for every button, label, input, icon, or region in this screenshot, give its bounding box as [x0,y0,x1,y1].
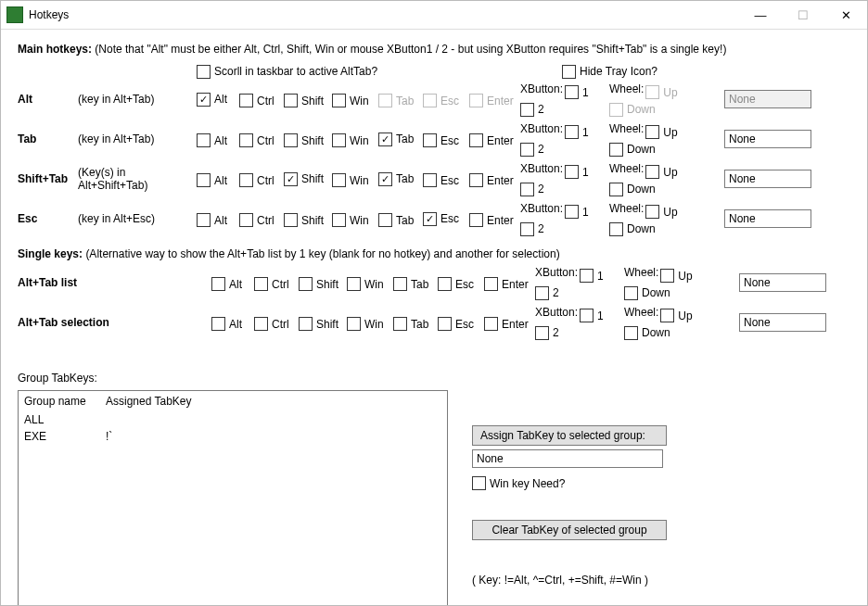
alt-checkbox[interactable]: Alt [197,133,227,147]
alt-checkbox[interactable]: Alt [197,213,227,227]
row-name: Alt [18,93,78,106]
minimize-button[interactable]: — [739,1,782,29]
row-name: Alt+Tab list [18,276,77,289]
extra-key-field[interactable]: None [739,273,826,292]
assign-tabkey-button[interactable]: Assign TabKey to selected group: [472,425,667,446]
group-list[interactable]: Group name Assigned TabKey ALLEXE!` [18,390,448,606]
tab-checkbox[interactable]: Tab [393,277,428,291]
alt-checkbox[interactable]: ✓Alt [197,93,227,107]
group-section: Group TabKeys: Group name Assigned TabKe… [18,353,850,606]
xbutton1-checkbox[interactable]: 1 [580,269,604,283]
tab-checkbox[interactable]: Tab [378,213,414,227]
enter-checkbox[interactable]: Enter [469,213,514,227]
system-buttons: — ☐ ✕ [739,1,867,29]
shift-checkbox[interactable]: Shift [284,94,324,107]
hide-tray-checkbox[interactable]: Hide Tray Icon? [562,65,657,79]
shift-checkbox[interactable]: ✓Shift [284,172,324,186]
titlebar: Hotkeys — ☐ ✕ [1,1,867,30]
xbutton2-checkbox[interactable]: 2 [520,143,544,157]
group-row[interactable]: EXE!` [19,428,447,445]
ctrl-checkbox[interactable]: Ctrl [254,317,289,331]
tab-checkbox[interactable]: Tab [393,317,428,331]
enter-checkbox[interactable]: Enter [484,277,529,291]
tab-checkbox[interactable]: ✓Tab [378,133,414,146]
single-row-1: Alt+Tab selection Alt Ctrl Shift Win Tab… [18,306,850,340]
win-checkbox[interactable]: Win [347,317,384,331]
win-checkbox[interactable]: Win [332,94,369,107]
app-icon [6,6,23,23]
wheel-down-checkbox[interactable]: Down [624,286,670,300]
group-label: Group TabKeys: [18,372,850,385]
xbutton1-checkbox[interactable]: 1 [565,205,589,219]
wheel-up-checkbox[interactable]: Up [660,309,692,322]
esc-checkbox[interactable]: Esc [438,317,474,331]
tab-checkbox[interactable]: ✓Tab [378,172,414,186]
group-row[interactable]: ALL [19,411,447,428]
single-keys-note: (Alternative way to show the Alt+Tab lis… [85,247,559,260]
ctrl-checkbox[interactable]: Ctrl [239,173,274,187]
shift-checkbox[interactable]: Shift [299,277,338,291]
shift-checkbox[interactable]: Shift [284,213,324,227]
hotkey-row-1: Tab (key in Alt+Tab) Alt Ctrl Shift Win … [18,122,850,157]
extra-key-field[interactable]: None [724,209,811,228]
wheel-down-checkbox[interactable]: Down [609,222,656,236]
wheel-down-checkbox[interactable]: Down [624,326,670,340]
extra-key-field[interactable]: None [724,130,811,148]
esc-checkbox[interactable]: Esc [438,277,474,291]
content-area: Main hotkeys: (Note that "Alt" must be e… [1,30,867,605]
row-name: Esc [18,212,78,225]
main-hotkeys-label: Main hotkeys: [18,43,92,56]
ctrl-checkbox[interactable]: Ctrl [239,213,274,227]
ctrl-checkbox[interactable]: Ctrl [254,277,289,291]
single-keys-label: Single keys: [18,247,83,260]
wheel-down-checkbox[interactable]: Down [609,143,656,157]
wheel-up-checkbox[interactable]: Up [645,125,677,139]
scroll-taskbar-checkbox[interactable]: Scorll in taskbar to active AltTab? [197,65,377,79]
single-keys-header: Single keys: (Alternative way to show th… [18,247,850,260]
xbutton1-checkbox[interactable]: 1 [565,85,589,99]
esc-checkbox[interactable]: Esc [423,133,459,147]
xbutton1-checkbox[interactable]: 1 [580,309,604,322]
group-side-panel: Assign TabKey to selected group: None Wi… [472,386,850,606]
shift-checkbox[interactable]: Shift [299,317,338,331]
win-checkbox[interactable]: Win [332,133,369,147]
wheel-up-checkbox[interactable]: Up [645,205,677,219]
win-key-need-checkbox[interactable]: Win key Need? [472,476,565,490]
ctrl-checkbox[interactable]: Ctrl [239,133,274,147]
clear-tabkey-button[interactable]: Clear TabKey of selected group [472,520,667,540]
esc-checkbox[interactable]: ✓Esc [423,212,459,226]
extra-key-field[interactable]: None [739,313,826,332]
wheel-up-checkbox[interactable]: Up [660,269,692,283]
shift-checkbox[interactable]: Shift [284,133,324,147]
esc-checkbox[interactable]: Esc [423,173,459,187]
xbutton2-checkbox[interactable]: 2 [520,183,544,196]
row-subtitle: (key in Alt+Tab) [78,133,154,145]
row-name: Tab [18,133,78,145]
wheel-up-checkbox[interactable]: Up [645,165,677,179]
alt-checkbox[interactable]: Alt [197,173,227,187]
row-name: Shift+Tab [18,172,78,185]
win-checkbox[interactable]: Win [347,277,384,291]
xbutton2-checkbox[interactable]: 2 [535,326,559,340]
assign-tabkey-field[interactable]: None [472,449,663,468]
esc-checkbox: Esc [423,94,459,107]
close-button[interactable]: ✕ [824,1,867,29]
alt-checkbox[interactable]: Alt [211,317,242,331]
enter-checkbox[interactable]: Enter [469,173,514,187]
main-hotkeys-note: (Note that "Alt" must be either Alt, Ctr… [95,43,726,56]
single-row-0: Alt+Tab list Alt Ctrl Shift Win Tab Esc … [18,266,850,300]
xbutton2-checkbox[interactable]: 2 [520,222,544,236]
win-checkbox[interactable]: Win [332,213,369,227]
single-keys-grid: Alt+Tab list Alt Ctrl Shift Win Tab Esc … [18,266,850,340]
win-checkbox[interactable]: Win [332,173,369,187]
extra-key-field[interactable]: None [724,170,811,188]
enter-checkbox[interactable]: Enter [484,317,529,331]
enter-checkbox[interactable]: Enter [469,133,514,147]
xbutton2-checkbox[interactable]: 2 [535,286,559,300]
ctrl-checkbox[interactable]: Ctrl [239,94,274,107]
xbutton1-checkbox[interactable]: 1 [565,165,589,179]
wheel-down-checkbox[interactable]: Down [609,183,656,196]
xbutton2-checkbox[interactable]: 2 [520,103,544,117]
xbutton1-checkbox[interactable]: 1 [565,125,589,139]
alt-checkbox[interactable]: Alt [211,277,242,291]
